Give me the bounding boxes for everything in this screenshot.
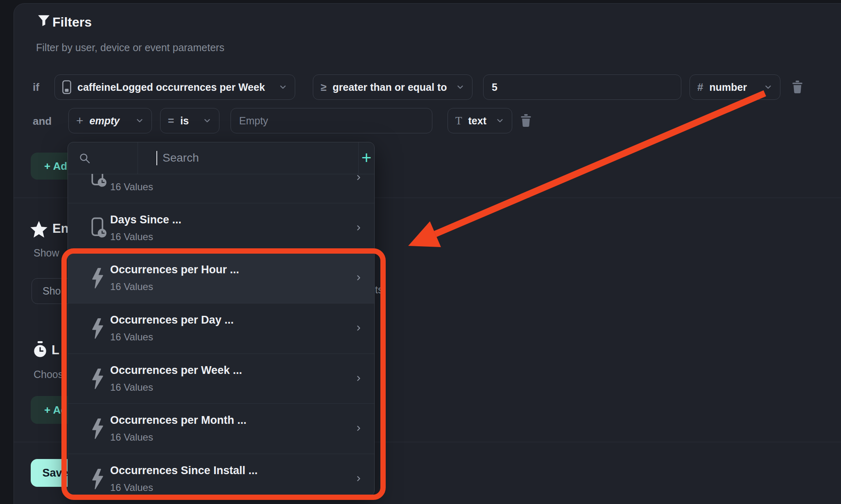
row2-prefix: and (33, 108, 52, 134)
chevron-down-icon (135, 116, 144, 125)
number-type-icon: # (697, 81, 703, 94)
gte-icon: ≥ (321, 81, 326, 94)
list-item-title: Occurrences per Hour ... (110, 263, 239, 276)
text-type-icon: T (455, 115, 462, 127)
row1-field-dropdown[interactable]: caffeineLogged occurrences per Week (54, 74, 295, 100)
list-item-values: 16 Values (110, 231, 153, 243)
list-item-occurrences-per-week[interactable]: Occurrences per Week ... 16 Values (68, 353, 374, 404)
chevron-right-icon (355, 274, 363, 282)
section2-description: Show (34, 247, 59, 259)
list-item-partial[interactable]: 16 Values (68, 174, 374, 203)
row2-operator-dropdown[interactable]: = is (160, 108, 219, 133)
list-item-values: 16 Values (110, 432, 153, 443)
list-item-values: 16 Values (110, 331, 153, 343)
row1-delete-trash-icon[interactable] (792, 81, 803, 93)
equals-icon: = (168, 115, 174, 127)
list-item-occurrences-per-month[interactable]: Occurrences per Month ... 16 Values (68, 403, 374, 454)
chevron-right-icon (355, 174, 363, 182)
row2-delete-trash-icon[interactable] (520, 114, 531, 127)
row2-type-dropdown[interactable]: T text (448, 108, 512, 133)
stopwatch-icon (33, 341, 47, 358)
row1-operator-dropdown[interactable]: ≥ greater than or equal to (313, 74, 472, 100)
property-picker-popup: + 16 Values Days Since ... 16 Values Occ… (68, 142, 375, 496)
list-item-values: 16 Values (110, 181, 153, 193)
row1-type-label: number (709, 81, 747, 93)
list-item-values: 16 Values (110, 382, 153, 393)
add-property-button[interactable]: + (358, 142, 375, 173)
chevron-down-icon (456, 83, 465, 92)
row1-value-fieldbox (483, 74, 681, 100)
list-item-title: Days Since ... (110, 214, 181, 226)
lightning-icon (91, 418, 104, 439)
row2-type-label: text (468, 115, 486, 127)
plus-icon: + (76, 114, 84, 128)
text-caret (156, 151, 157, 165)
list-item-occurrences-per-hour[interactable]: Occurrences per Hour ... 16 Values (68, 253, 374, 304)
device-clock-icon (91, 217, 106, 239)
row1-operator-label: greater than or equal to (332, 81, 447, 93)
device-icon (62, 80, 71, 94)
row1-prefix: if (33, 74, 39, 100)
list-item-occurrences-since-install[interactable]: Occurrences Since Install ... 16 Values (68, 454, 374, 497)
device-clock-icon (91, 174, 106, 188)
row1-type-dropdown[interactable]: # number (690, 74, 780, 100)
row2-value-input[interactable] (231, 108, 432, 133)
chevron-down-icon (764, 83, 773, 92)
chevron-down-icon (278, 83, 287, 92)
partial-glyph (65, 346, 66, 356)
row1-value-input[interactable] (484, 75, 681, 99)
section3-description: Choos (34, 369, 63, 380)
search-input[interactable] (138, 142, 358, 173)
chevron-right-icon (355, 324, 363, 332)
row2-field-dropdown[interactable]: + empty (68, 108, 152, 133)
popup-search-row: + (68, 142, 374, 174)
chevron-right-icon (355, 424, 363, 432)
chevron-down-icon (495, 116, 504, 125)
chevron-right-icon (355, 224, 363, 232)
screen: Filters Filter by user, device or event … (0, 0, 841, 504)
filters-subtitle: Filter by user, device or event paramete… (36, 42, 224, 54)
search-icon (79, 153, 90, 164)
occluded-text-fragment: ts (375, 284, 383, 296)
list-item-title: Occurrences per Day ... (110, 314, 234, 326)
page-title: Filters (52, 15, 92, 30)
row2-value-fieldbox (231, 108, 432, 133)
chevron-down-icon (203, 116, 212, 125)
star-icon (29, 221, 48, 239)
chevron-right-icon (355, 475, 363, 483)
chevron-right-icon (355, 374, 363, 382)
row1-field-label: caffeineLogged occurrences per Week (77, 81, 265, 93)
list-item-values: 16 Values (110, 482, 153, 493)
row2-field-label: empty (90, 115, 120, 127)
list-item-occurrences-per-day[interactable]: Occurrences per Day ... 16 Values (68, 303, 374, 354)
list-item-values: 16 Values (110, 281, 153, 292)
section2-heading: En (52, 221, 69, 236)
filter-funnel-icon (38, 15, 50, 27)
list-item-title: Occurrences per Month ... (110, 414, 246, 427)
lightning-icon (91, 268, 104, 289)
section3-heading: L (52, 343, 59, 358)
lightning-icon (91, 469, 104, 490)
lightning-icon (91, 318, 104, 339)
list-item-days-since[interactable]: Days Since ... 16 Values (68, 203, 374, 253)
row2-operator-label: is (180, 115, 189, 127)
lightning-icon (91, 369, 104, 389)
list-item-title: Occurrences per Week ... (110, 364, 242, 377)
list-item-title: Occurrences Since Install ... (110, 464, 258, 477)
